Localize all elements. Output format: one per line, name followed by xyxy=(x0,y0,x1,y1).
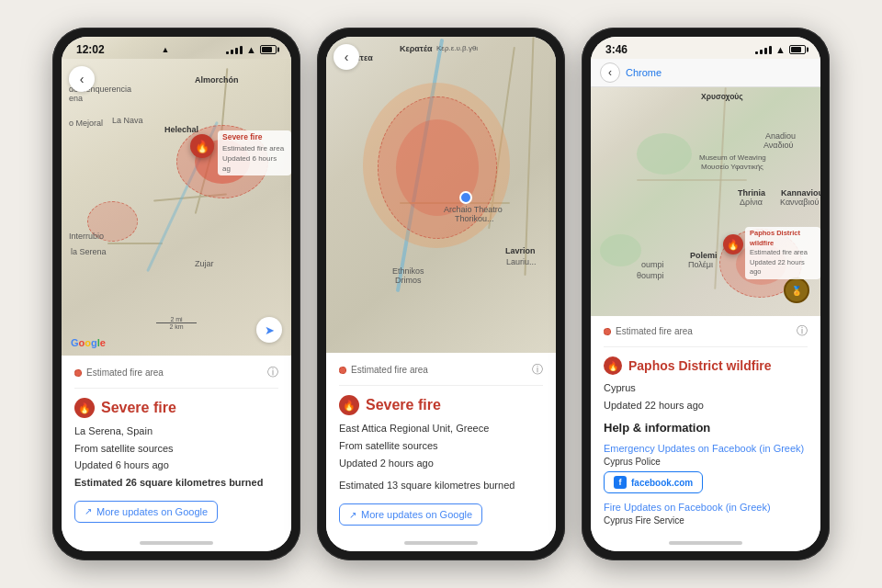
facebook-link-btn-3[interactable]: f facebook.com xyxy=(604,471,703,493)
home-indicator-1 xyxy=(62,535,291,551)
fire-source-2: From satellite sources xyxy=(339,437,543,455)
status-bar-3: 3:46 ▲ xyxy=(591,37,820,59)
fire-extra-1: Estimated 26 square kilometres burned xyxy=(74,474,278,492)
estimated-area-row-3: Estimated fire area ⓘ xyxy=(604,323,808,347)
fire-location-2: East Attica Regional Unit, Greece xyxy=(339,420,543,437)
estimated-area-row-1: Estimated fire area ⓘ xyxy=(74,365,278,389)
fire-source-1: From satellite sources xyxy=(74,440,278,458)
fire-title-3: Paphos District wildfire xyxy=(628,358,772,373)
back-button-2[interactable]: ‹ xyxy=(334,44,359,70)
home-indicator-3 xyxy=(591,535,820,551)
map-label-3-13: θoumpi xyxy=(637,271,664,280)
external-link-icon-2: ↗ xyxy=(349,510,356,520)
battery-3 xyxy=(789,45,806,54)
info-icon-2[interactable]: ⓘ xyxy=(532,362,543,378)
fire-title-2: Severe fire xyxy=(366,397,441,413)
map-label-2-5: Thorikou... xyxy=(455,214,494,223)
wifi-icon-3: ▲ xyxy=(775,44,786,55)
map-label-2-8: Lavrion xyxy=(505,246,536,255)
fire-details-1: La Serena, Spain From satellite sources … xyxy=(74,423,278,492)
map-label-5: Almorchón xyxy=(195,75,239,85)
estimated-label-1: Estimated fire area xyxy=(86,368,164,378)
map-fire-sub2-3: Updated 22 hours ago xyxy=(750,258,816,277)
map-fire-label-1: Severe fire xyxy=(222,132,287,143)
wifi-icon-1: ▲ xyxy=(246,44,256,55)
map-label-3-5: Μουσείο Υφαντικής xyxy=(701,163,763,171)
fire-details-2: East Attica Regional Unit, Greece From s… xyxy=(339,420,543,471)
fire-location-1: La Serena, Spain xyxy=(74,423,278,440)
fire-updated-3: Updated 22 hours ago xyxy=(604,397,808,414)
external-link-icon-1: ↗ xyxy=(85,506,92,516)
fire-extra-2: Estimated 13 square kilometres burned xyxy=(339,477,543,494)
map-label-3-11: Πολέμι xyxy=(688,260,713,269)
fire-title-row-2: 🔥 Severe fire xyxy=(339,395,543,415)
location-button-1[interactable]: ➤ xyxy=(256,317,282,343)
badge-seal-3: 🏅 xyxy=(784,277,809,303)
scale-bar-1: 2 mi 2 km xyxy=(156,316,197,331)
help-section-3: Help & information Emergency Updates on … xyxy=(604,421,808,526)
map-fire-sub1-3: Estimated fire area xyxy=(750,248,816,258)
map-label-3-9: Κανναβιού xyxy=(780,198,819,207)
map-area-2[interactable]: ‹ Κεράτεα Κερατέα Κερ.ε.υ.β.γθι Archaio … xyxy=(326,37,556,353)
info-panel-2: Estimated fire area ⓘ 🔥 Severe fire East… xyxy=(326,353,556,535)
fire-location-3: Cyprus xyxy=(604,379,808,397)
map-area-1[interactable]: 🔥 Severe fire Estimated fire area Update… xyxy=(62,59,291,356)
fire-title-1: Severe fire xyxy=(101,400,176,416)
fire-updated-1: Updated 6 hours ago xyxy=(74,457,278,474)
estimated-area-row-2: Estimated fire area ⓘ xyxy=(339,362,543,386)
info-icon-1[interactable]: ⓘ xyxy=(267,365,278,380)
map-label-4: La Nava xyxy=(112,116,143,125)
status-time-3: 3:46 xyxy=(605,43,628,56)
home-indicator-2 xyxy=(326,535,556,551)
map-label-3-2: Anadiou xyxy=(765,131,796,141)
fire-marker-1: 🔥 xyxy=(190,134,214,158)
chrome-bar-3: ‹ Chrome xyxy=(591,59,820,87)
phone-3: 3:46 ▲ ‹ Chrome xyxy=(582,28,830,560)
fire-title-row-3: 🔥 Paphos District wildfire xyxy=(604,356,808,375)
back-button-3[interactable]: ‹ xyxy=(600,62,620,83)
map-fire-sub1-1: Estimated fire area xyxy=(222,143,287,153)
map-label-8: la Serena xyxy=(71,247,107,256)
help-title-3: Help & information xyxy=(604,421,808,435)
phone-2: ‹ Κεράτεα Κερατέα Κερ.ε.υ.β.γθι Archaio … xyxy=(317,28,565,560)
est-dot-1 xyxy=(74,369,82,377)
fire-title-row-1: 🔥 Severe fire xyxy=(74,398,278,418)
map-label-9: Interrubio xyxy=(69,232,104,241)
map-fire-sub2-1: Updated 6 hours ag xyxy=(222,153,287,174)
google-logo-1: Google xyxy=(71,337,106,348)
status-time-1: 12:02 xyxy=(76,43,105,56)
est-dot-2 xyxy=(339,367,346,374)
map-label-2-2: Κερατέα xyxy=(400,44,432,53)
map-label-3-6: Thrinia xyxy=(738,188,765,198)
facebook-label-3: facebook.com xyxy=(631,478,693,488)
map-label-2-3: Κερ.ε.υ.β.γθι xyxy=(436,44,478,52)
map-label-7: Zujar xyxy=(195,259,214,268)
phone-1: 12:02 ▲ ▲ xyxy=(52,28,300,560)
fire-details-3: Cyprus Updated 22 hours ago xyxy=(604,379,808,413)
back-button-1[interactable]: ‹ xyxy=(69,66,95,92)
map-label-3-7: Δρίνια xyxy=(740,198,763,207)
more-updates-btn-1[interactable]: ↗ More updates on Google xyxy=(74,501,218,523)
info-panel-1: Estimated fire area ⓘ 🔥 Severe fire La S… xyxy=(62,356,291,535)
info-icon-3[interactable]: ⓘ xyxy=(797,323,808,339)
status-bar-1: 12:02 ▲ ▲ xyxy=(62,37,291,59)
map-label-3-12: oumpi xyxy=(641,260,664,269)
est-dot-3 xyxy=(604,328,611,335)
map-fire-label-3: Paphos District wildfire xyxy=(750,229,816,248)
map-label-2-9: Lauriu... xyxy=(506,257,537,266)
map-label-3-4: Museum of Weaving xyxy=(699,153,766,162)
fire-extra-row-2: Estimated 13 square kilometres burned xyxy=(339,477,543,494)
signal-1 xyxy=(226,45,243,54)
fire-badge-1: 🔥 xyxy=(74,398,95,418)
map-label-3-8: Kannaviou xyxy=(781,188,820,198)
facebook-icon-3: f xyxy=(614,476,627,489)
fire-marker-3: 🔥 xyxy=(723,234,743,254)
browser-label-3: Chrome xyxy=(626,67,662,78)
status-icons-1: ▲ xyxy=(226,44,277,55)
signal-3 xyxy=(755,45,772,54)
map-area-3[interactable]: 🔥 Paphos District wildfire Estimated fir… xyxy=(591,87,820,316)
battery-1 xyxy=(260,45,277,54)
location-icon-1: ▲ xyxy=(161,45,169,54)
more-updates-btn-2[interactable]: ↗ More updates on Google xyxy=(339,503,482,526)
fire-badge-3: 🔥 xyxy=(604,356,622,375)
